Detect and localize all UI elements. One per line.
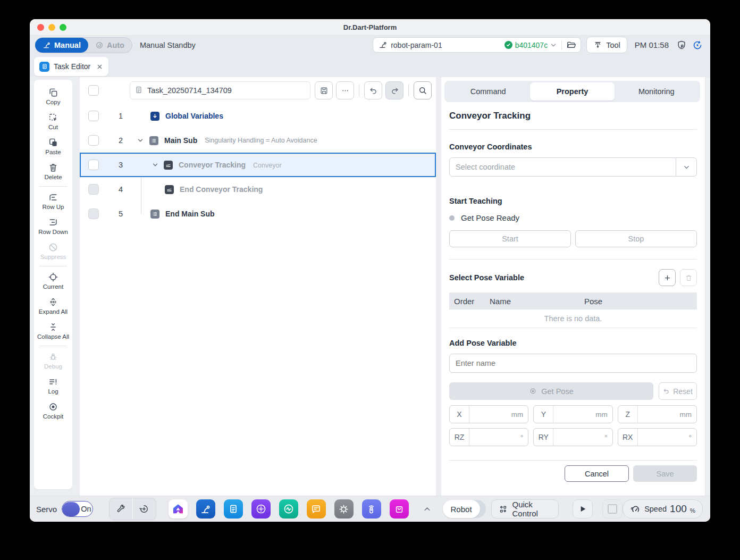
y-input[interactable] xyxy=(553,406,595,423)
messages-app-icon[interactable] xyxy=(307,499,326,519)
play-button[interactable] xyxy=(573,499,593,519)
dart-home-icon[interactable] xyxy=(169,499,188,519)
undo-button[interactable] xyxy=(364,81,382,99)
start-button[interactable]: Start xyxy=(449,230,571,247)
row-checkbox[interactable] xyxy=(88,160,99,170)
sidebar-item-row-down[interactable]: Row Down xyxy=(34,214,72,239)
sidebar-item-cockpit[interactable]: Cockpit xyxy=(34,398,72,423)
servo-toggle[interactable]: On xyxy=(62,501,93,517)
ry-input[interactable] xyxy=(553,429,604,446)
cancel-button[interactable]: Cancel xyxy=(565,465,629,482)
z-input[interactable] xyxy=(638,406,680,423)
task-row-conveyor-tracking[interactable]: 3 Conveyor Tracking Conveyor xyxy=(80,153,436,177)
coordinate-select[interactable]: Select coordinate xyxy=(449,157,697,177)
pose-name-input[interactable] xyxy=(449,354,697,373)
speed-control[interactable]: Speed 100 % xyxy=(623,499,703,519)
robot-space-active[interactable]: Robot xyxy=(443,500,480,518)
shield-user-icon[interactable] xyxy=(676,40,687,51)
sidebar-item-cut[interactable]: Cut xyxy=(34,109,72,134)
titlebar: Dr.Dart-Platform xyxy=(30,19,710,36)
x-input[interactable] xyxy=(469,406,511,423)
task-row-end-main-sub[interactable]: 5 End Main Sub xyxy=(80,202,436,226)
rz-field[interactable]: RZ ° xyxy=(449,428,528,446)
property-panel: Command Property Monitoring Conveyor Tra… xyxy=(441,77,710,496)
settings-gear-app-icon[interactable] xyxy=(334,499,354,519)
sidebar-item-row-up[interactable]: Row Up xyxy=(34,189,72,214)
collapse-row-icon[interactable] xyxy=(135,135,146,146)
z-field[interactable]: Z mm xyxy=(618,405,697,423)
crosshair-icon xyxy=(48,272,58,282)
redo-button[interactable] xyxy=(385,81,403,99)
suppress-icon xyxy=(48,242,58,253)
folder-open-icon[interactable] xyxy=(566,40,576,50)
tab-monitoring[interactable]: Monitoring xyxy=(615,82,699,101)
speed-gauge-icon xyxy=(630,504,641,515)
panel-scrollbar[interactable] xyxy=(705,77,710,496)
rx-input[interactable] xyxy=(638,429,689,446)
robot-app-icon[interactable] xyxy=(196,499,215,519)
task-name-input[interactable] xyxy=(130,81,310,99)
sidebar-item-current[interactable]: Current xyxy=(34,269,72,294)
select-all-checkbox[interactable] xyxy=(88,85,99,96)
servo-toggle-knob xyxy=(62,502,80,516)
manual-mode-button[interactable]: Manual xyxy=(35,38,88,53)
dock-expand-chevron[interactable] xyxy=(423,505,432,514)
log-icon xyxy=(48,377,58,387)
start-teaching-label: Start Teaching xyxy=(449,197,697,205)
stop-button[interactable]: Stop xyxy=(575,230,697,247)
collapse-row-icon[interactable] xyxy=(150,160,161,170)
rx-field[interactable]: RX ° xyxy=(618,428,697,446)
tab-property[interactable]: Property xyxy=(530,82,614,101)
task-name-field[interactable] xyxy=(130,81,310,99)
sidebar-item-log[interactable]: Log xyxy=(34,373,72,398)
delete-pose-button xyxy=(680,269,697,286)
conveyor-icon xyxy=(164,161,173,170)
status-dot-icon xyxy=(449,215,455,221)
tcp-rotate-button[interactable] xyxy=(133,504,156,514)
quick-control-button[interactable]: Quick Control xyxy=(491,499,559,519)
get-pose-button[interactable]: Get Pose xyxy=(449,382,653,400)
clock-text: PM 01:58 xyxy=(635,40,669,49)
rz-input[interactable] xyxy=(469,429,520,446)
auto-mode-button[interactable]: Auto xyxy=(88,38,132,53)
ry-field[interactable]: RY ° xyxy=(533,428,612,446)
sidebar-item-collapse-all[interactable]: Collapse All xyxy=(34,319,72,344)
task-document-app-icon[interactable] xyxy=(224,499,243,519)
more-options-button[interactable] xyxy=(336,81,354,99)
sidebar-item-delete[interactable]: Delete xyxy=(34,159,72,184)
pose-name-field[interactable] xyxy=(449,354,697,373)
task-row-end-conveyor-tracking[interactable]: 4 End Conveyor Tracking xyxy=(80,177,436,202)
monitoring-wave-app-icon[interactable] xyxy=(279,499,298,519)
chevron-down-icon[interactable] xyxy=(676,158,696,176)
row-checkbox[interactable] xyxy=(88,111,99,121)
tab-command[interactable]: Command xyxy=(446,82,530,101)
sub-block-icon xyxy=(150,210,159,219)
sidebar-item-paste[interactable]: Paste xyxy=(34,134,72,159)
task-row-main-sub[interactable]: 2 Main Sub Singularity Handling = Auto A… xyxy=(80,128,436,153)
add-pose-button[interactable] xyxy=(659,269,676,286)
trash-icon xyxy=(48,162,58,173)
robot-param-selector[interactable]: robot-param-01 b401407c xyxy=(373,37,581,53)
close-tab-icon[interactable] xyxy=(96,63,103,70)
sidebar-item-expand-all[interactable]: Expand All xyxy=(34,294,72,319)
task-row-global-variables[interactable]: 1 Global Variables xyxy=(80,104,436,128)
jog-dpad-app-icon[interactable] xyxy=(251,499,271,519)
tool-selector[interactable]: Tool xyxy=(586,37,627,53)
row-checkbox xyxy=(88,184,99,195)
y-field[interactable]: Y mm xyxy=(533,405,612,423)
toolbar: Manual Auto Manual Standby robot-param-0… xyxy=(30,36,710,54)
store-bag-app-icon[interactable] xyxy=(390,499,409,519)
chevron-down-icon[interactable] xyxy=(550,41,557,49)
x-field[interactable]: X mm xyxy=(449,405,528,423)
search-button[interactable] xyxy=(414,81,432,99)
row-checkbox[interactable] xyxy=(88,135,99,146)
remote-pendant-app-icon[interactable] xyxy=(362,499,381,519)
robot-space-toggle[interactable]: Robot xyxy=(443,500,486,518)
tab-task-editor[interactable]: Task Editor xyxy=(34,57,108,76)
recovery-target-icon[interactable] xyxy=(692,40,703,51)
sidebar-item-copy[interactable]: Copy xyxy=(34,84,72,109)
cockpit-icon xyxy=(48,402,58,412)
wrench-button[interactable] xyxy=(110,504,132,514)
save-task-button[interactable] xyxy=(315,81,333,99)
reset-button[interactable]: Reset xyxy=(659,382,697,400)
